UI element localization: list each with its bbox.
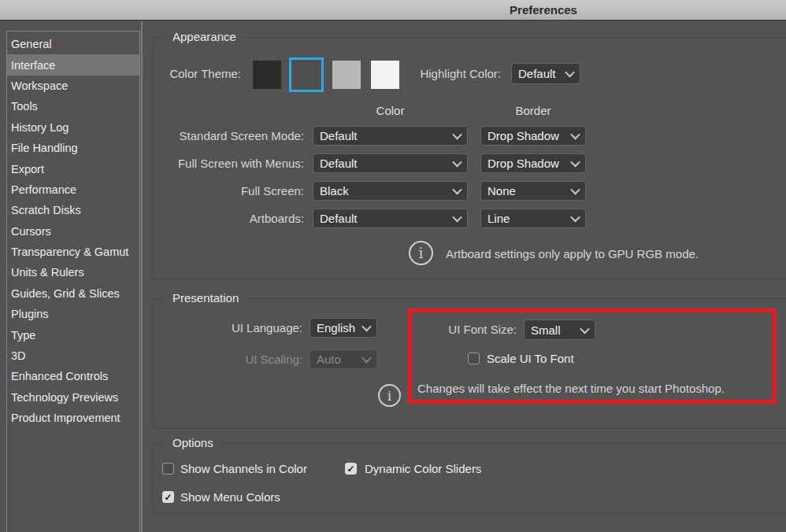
options-group: Options Show Channels in Color Dynamic C… — [152, 443, 786, 513]
dynamic-color-sliders-label[interactable]: Dynamic Color Sliders — [365, 463, 481, 475]
chevron-down-icon — [570, 212, 580, 223]
chevron-down-icon — [452, 157, 462, 168]
standard-screen-mode-border-dropdown[interactable]: Drop Shadow — [480, 126, 586, 146]
sidebar-item-enhanced-controls[interactable]: Enhanced Controls — [7, 366, 139, 386]
sidebar-item-history-log[interactable]: History Log — [7, 117, 139, 138]
ui-font-size-label: UI Font Size: — [426, 323, 517, 336]
sidebar-divider — [141, 21, 143, 532]
sidebar-item-guides-grid-slices[interactable]: Guides, Grid & Slices — [7, 283, 139, 304]
show-channels-in-color-label[interactable]: Show Channels in Color — [180, 463, 307, 475]
appearance-legend: Appearance — [167, 30, 242, 43]
preferences-dialog: Preferences General Interface Workspace … — [0, 0, 786, 532]
options-legend: Options — [167, 436, 219, 449]
sidebar-item-export[interactable]: Export — [7, 158, 139, 179]
title-bar[interactable]: Preferences — [0, 0, 786, 21]
color-theme-label: Color Theme: — [153, 68, 241, 80]
scale-ui-to-font-checkbox[interactable] — [468, 353, 480, 364]
highlight-color-label: Highlight Color: — [402, 68, 501, 80]
presentation-legend: Presentation — [167, 291, 244, 305]
ui-language-label: UI Language: — [153, 322, 302, 334]
color-theme-swatch-dark[interactable] — [292, 61, 321, 89]
full-screen-border-dropdown[interactable]: None — [480, 181, 586, 201]
sidebar-item-interface[interactable]: Interface — [7, 54, 139, 75]
sidebar-item-performance[interactable]: Performance — [7, 179, 139, 200]
sidebar-item-plugins[interactable]: Plugins — [7, 304, 139, 324]
standard-screen-mode-label: Standard Screen Mode: — [153, 126, 304, 146]
preferences-nav-list: General Interface Workspace Tools Histor… — [6, 31, 140, 532]
chevron-down-icon — [452, 185, 462, 195]
chevron-down-icon — [570, 130, 580, 140]
sidebar-item-type[interactable]: Type — [7, 324, 139, 345]
highlight-color-dropdown[interactable]: Default — [511, 63, 580, 84]
sidebar-item-general[interactable]: General — [7, 34, 139, 54]
sidebar-item-tools[interactable]: Tools — [7, 96, 139, 116]
info-icon: i — [378, 384, 401, 407]
ui-scaling-dropdown: Auto — [310, 349, 377, 369]
sidebar-item-scratch-disks[interactable]: Scratch Disks — [7, 200, 139, 220]
color-column-header: Color — [313, 104, 468, 117]
sidebar-item-workspace[interactable]: Workspace — [7, 76, 139, 96]
appearance-group: Appearance Color Theme: Highlight Color:… — [152, 37, 786, 279]
color-theme-swatch-lightest[interactable] — [371, 61, 399, 89]
dynamic-color-sliders-checkbox[interactable] — [345, 463, 357, 475]
info-icon: i — [409, 241, 433, 265]
chevron-down-icon — [565, 68, 575, 78]
chevron-down-icon — [570, 185, 580, 195]
sidebar-item-units-rulers[interactable]: Units & Rulers — [7, 262, 139, 283]
chevron-down-icon — [452, 130, 462, 140]
color-theme-swatch-light[interactable] — [332, 61, 361, 89]
chevron-down-icon — [580, 323, 590, 334]
show-menu-colors-checkbox[interactable] — [162, 491, 174, 503]
sidebar-item-technology-previews[interactable]: Technology Previews — [7, 387, 139, 408]
restart-note: Changes will take effect the next time y… — [417, 382, 725, 395]
full-screen-label: Full Screen: — [153, 181, 304, 201]
ui-scaling-label: UI Scaling: — [153, 353, 302, 366]
ui-language-dropdown[interactable]: English — [310, 318, 377, 338]
sidebar-item-3d[interactable]: 3D — [7, 345, 139, 366]
artboards-border-dropdown[interactable]: Line — [480, 209, 586, 228]
window-title: Preferences — [510, 3, 577, 17]
chevron-down-icon — [452, 212, 462, 223]
show-menu-colors-label[interactable]: Show Menu Colors — [180, 491, 280, 503]
scale-ui-to-font-label[interactable]: Scale UI To Font — [487, 353, 574, 364]
sidebar-item-cursors[interactable]: Cursors — [7, 221, 139, 242]
chevron-down-icon — [361, 322, 372, 332]
artboards-color-dropdown[interactable]: Default — [313, 209, 468, 228]
full-screen-with-menus-border-dropdown[interactable]: Drop Shadow — [480, 153, 586, 173]
artboard-note: Artboard settings only apply to GPU RGB … — [446, 246, 699, 262]
chevron-down-icon — [361, 353, 372, 364]
full-screen-with-menus-color-dropdown[interactable]: Default — [313, 153, 468, 173]
artboards-label: Artboards: — [153, 209, 304, 228]
color-theme-swatch-darkest[interactable] — [253, 61, 281, 89]
full-screen-with-menus-label: Full Screen with Menus: — [153, 153, 304, 173]
sidebar-item-file-handling[interactable]: File Handling — [7, 138, 139, 158]
full-screen-color-dropdown[interactable]: Black — [313, 181, 468, 201]
sidebar-item-product-improvement[interactable]: Product Improvement — [7, 408, 139, 428]
standard-screen-mode-color-dropdown[interactable]: Default — [313, 126, 468, 146]
presentation-group: Presentation UI Language: English UI Sca… — [152, 298, 786, 429]
border-column-header: Border — [480, 104, 586, 117]
show-channels-in-color-checkbox[interactable] — [162, 463, 174, 475]
sidebar-item-transparency-gamut[interactable]: Transparency & Gamut — [7, 242, 139, 262]
chevron-down-icon — [570, 157, 580, 168]
ui-font-size-dropdown[interactable]: Small — [524, 320, 595, 340]
